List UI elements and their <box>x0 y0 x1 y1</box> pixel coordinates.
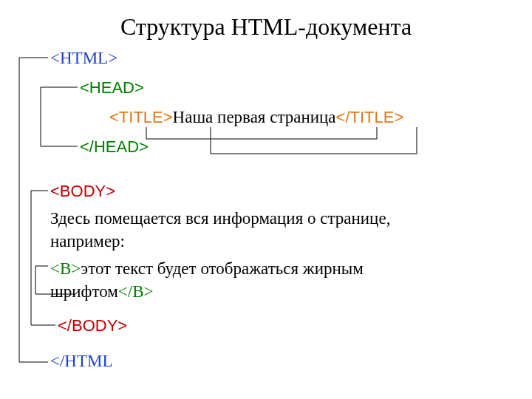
b-text: этот текст будет отображаться жирным шри… <box>50 259 364 301</box>
bold-line: <B>этот текст будет отображаться жирным … <box>50 257 457 303</box>
tag-b-close: </B> <box>118 282 154 301</box>
tag-title-open: <TITLE> <box>109 108 173 126</box>
tag-title-close: </TITLE> <box>336 108 404 126</box>
tag-head-close: </HEAD> <box>80 137 149 157</box>
title-text: Наша первая страница <box>173 108 336 126</box>
tag-html-close: </HTML <box>50 352 113 371</box>
tag-body-open: <BODY> <box>50 182 115 201</box>
title-line: <TITLE>Наша первая страница</TITLE> <box>109 108 403 127</box>
tag-head-open: <HEAD> <box>80 78 144 98</box>
tag-body-close: </BODY> <box>58 316 127 335</box>
tag-html-open: <HTML> <box>50 49 117 68</box>
tag-b-open: <B> <box>50 259 81 278</box>
slide-title: Структура HTML-документа <box>0 0 532 41</box>
body-text-paragraph: Здесь помещается вся информация о страни… <box>50 207 457 253</box>
